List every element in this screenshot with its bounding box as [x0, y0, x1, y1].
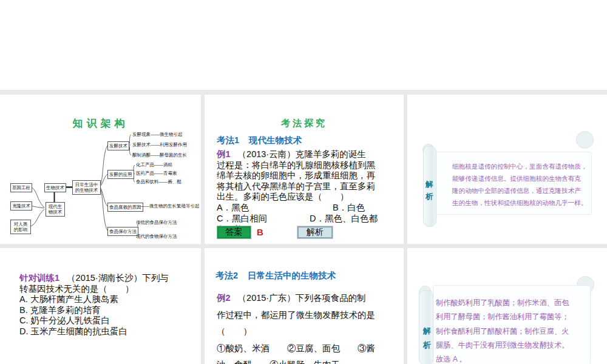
paper-curl-top-right-icon	[576, 131, 594, 149]
analysis2-line1: 制作酸奶利用了乳酸菌；制作米酒、面包	[436, 296, 569, 310]
example1-line3: 绵羊去核的卵细胞中，形成重组细胞，再	[217, 170, 396, 181]
training1-line1: （2015·湖南长沙）下列与	[67, 273, 169, 283]
map-node-food-spoilage-cause: 食品腐败的原因	[107, 203, 143, 212]
example2-items-line2: 油、食醋 ④火腿肠、牛肉干	[217, 357, 396, 364]
example1-option-b: B．白色	[333, 203, 365, 212]
example2-line3: （ ）	[217, 323, 396, 340]
divider-top-strip	[0, 90, 607, 95]
training1-option-c: C. 奶牛分泌人乳铁蛋白	[19, 315, 189, 326]
example1-options-ab: A．黑色B．白色	[217, 203, 383, 214]
example1-line4: 将其植入代孕黑绵羊的子宫里，直至多莉	[217, 181, 396, 192]
method1-heading: 考法1现代生物技术	[217, 135, 302, 146]
analysis1-text: 细胞核是遗传的控制中心，里面含有遗传物质， 能够传递遗传信息。提供细胞核的生物含…	[452, 161, 587, 209]
analysis2-label: 解析	[423, 324, 433, 352]
analysis1-line1: 细胞核是遗传的控制中心，里面含有遗传物质，	[452, 161, 587, 173]
example2-question: 例2（2015·广东）下列各项食品的制 作过程中，都运用了微生物发酵技术的是 （…	[217, 290, 396, 364]
map-leaf-brewing: 酿制酒酿——酵母菌的生长	[132, 152, 187, 158]
answer-button[interactable]: 答案	[217, 226, 251, 238]
example1-option-c: C．黑白相间	[217, 214, 310, 224]
analysis1-label: 解析	[426, 179, 435, 203]
method2-name: 日常生活中的生物技术	[248, 271, 336, 280]
method2-number: 考法2	[215, 271, 238, 280]
training1-option-b: B. 克隆羊多莉的培育	[19, 305, 189, 316]
example2-tag: 例2	[217, 293, 231, 303]
map-node-gene-engineering: 基因工程	[10, 183, 32, 192]
example1-tag: 例1	[217, 149, 231, 159]
example2-items-line1: ①酸奶、米酒 ②豆腐、面包 ③酱	[217, 340, 396, 357]
analysis2-line3: 制作食醋利用了醋酸杆菌；制作豆腐、火	[436, 325, 569, 339]
analysis1-line2: 能够传递遗传信息。提供细胞核的生物含有克	[452, 173, 587, 185]
divider-middle-strip	[0, 244, 607, 248]
map-node-biotechnology: 生物技术	[44, 183, 66, 192]
example2-line2: 作过程中，都运用了微生物发酵技术的是	[217, 307, 396, 324]
map-leaf-modern-preservation: 现代的食物保存方法	[136, 234, 177, 240]
training1-question: 针对训练1（2015·湖南长沙）下列与 转基因技术无关的是（ ） A. 大肠杆菌…	[19, 273, 189, 337]
map-node-cloning-tech: 克隆技术	[10, 201, 32, 211]
example1-line5: 出生。多莉的毛色应该是（ ）	[217, 192, 396, 203]
panel-analysis-2: 解析 制作酸奶利用了乳酸菌；制作米酒、面包 利用了酵母菌；制作酱油利用了霉菌等；…	[407, 248, 607, 364]
map-node-fermentation-apps: 发酵的应用	[107, 170, 134, 179]
training1-line2: 转基因技术无关的是（ ）	[19, 284, 189, 295]
analysis2-line2: 利用了酵母菌；制作酱油利用了霉菌等；	[436, 310, 569, 324]
training1-option-d: D. 玉米产生细菌的抗虫蛋白	[19, 326, 189, 337]
example1-line2: 过程是：将白绵羊的乳腺细胞核移植到黑	[217, 160, 396, 171]
analysis2-text: 制作酸奶利用了乳酸菌；制作米酒、面包 利用了酵母菌；制作酱油利用了霉菌等； 制作…	[436, 296, 569, 364]
panel-training-1: 针对训练1（2015·湖南长沙）下列与 转基因技术无关的是（ ） A. 大肠杆菌…	[0, 248, 201, 364]
analysis1-line4: 生的生物，性状和提供细胞核的动物几乎一样。	[452, 197, 587, 209]
method1-number: 考法1	[217, 135, 239, 145]
panel-analysis-1: 解析 细胞核是遗传的控制中心，里面含有遗传物质， 能够传递遗传信息。提供细胞核的…	[407, 95, 607, 244]
map-node-modern-biotech: 现代生物技术	[46, 202, 65, 217]
map-node-impact-on-humans: 对人类的影响	[10, 220, 31, 234]
map-node-fermentation-tech: 发酵技术	[107, 141, 129, 150]
answer-value: B	[257, 227, 263, 237]
panel-knowledge-map: 知识架构 基因工程 克隆技术 对人类的影响 生物技术 现代生物技术 日常生活中的…	[0, 95, 201, 244]
example2-line1: （2015·广东）下列各项食品的制	[238, 293, 366, 303]
map-leaf-chemical-products: 化工产品——酒精	[136, 162, 172, 168]
analysis1-line3: 隆的动物中全部的遗传信息，通过克隆技术产	[452, 185, 587, 197]
map-leaf-fermentation-technique: 发酵技术——利用发酵作用	[132, 142, 187, 148]
map-node-food-preservation: 食品保存方法	[107, 227, 138, 236]
analysis2-line4: 腿肠、牛肉干没有用到微生物发酵技术。	[436, 339, 569, 352]
example1-question: 例1（2013·云南）克隆羊多莉的诞生 过程是：将白绵羊的乳腺细胞核移植到黑 绵…	[217, 149, 396, 203]
map-leaf-microbe-growth: ——微生物的生长繁殖等引起	[140, 203, 200, 209]
example1-option-a: A．黑色	[217, 203, 333, 214]
method1-name: 现代生物技术	[249, 135, 302, 145]
map-leaf-traditional-preservation: 传统的食品保存方法	[136, 220, 177, 226]
training1-option-a: A. 大肠杆菌产生人胰岛素	[19, 294, 189, 305]
map-leaf-medical-products: 医药产品——青霉素	[136, 170, 177, 177]
map-leaf-fermentation-phenomenon: 发酵现象——微生物引起	[132, 132, 183, 138]
method-explore-title: 考法探究	[205, 118, 404, 129]
panel-method-2: 考法2日常生活中的生物技术 例2（2015·广东）下列各项食品的制 作过程中，都…	[205, 248, 404, 364]
map-leaf-food-drink: 食品和饮料——酱、醋	[136, 179, 181, 185]
example1-line1: （2013·云南）克隆羊多莉的诞生	[238, 149, 366, 159]
explain-button[interactable]: 解析	[297, 226, 333, 238]
map-node-daily-life-biotech: 日常生活中的生物技术	[72, 180, 101, 195]
training1-tag: 针对训练1	[19, 273, 59, 283]
method2-heading: 考法2日常生活中的生物技术	[215, 270, 336, 281]
analysis2-line5: 故选 A 。	[436, 352, 569, 364]
panel-method-explore: 考法探究 考法1现代生物技术 例1（2013·云南）克隆羊多莉的诞生 过程是：将…	[205, 95, 404, 244]
